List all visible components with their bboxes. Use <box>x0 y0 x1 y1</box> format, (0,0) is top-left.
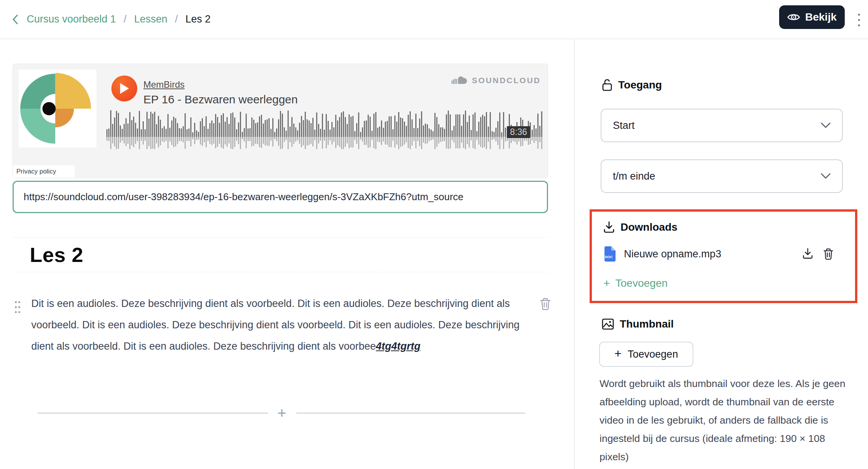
download-file-row: DOC Nieuwe opname.mp3 <box>603 245 847 263</box>
waveform-bar <box>465 110 466 150</box>
waveform-bar <box>114 110 115 150</box>
waveform-bar <box>471 110 472 150</box>
thumbnail-section-header: Thumbnail <box>602 318 674 330</box>
waveform-bar <box>461 110 462 150</box>
soundcloud-url-input[interactable]: https://soundcloud.com/user-398283934/ep… <box>13 181 548 213</box>
waveform-bar <box>215 110 216 150</box>
add-block-button[interactable]: + <box>274 403 289 422</box>
drag-handle-icon[interactable] <box>13 300 21 315</box>
waveform-bar <box>223 110 224 150</box>
chevron-left-icon[interactable] <box>11 14 19 25</box>
soundcloud-cloud-icon <box>452 75 468 85</box>
waveform-bar <box>198 110 199 150</box>
access-start-select[interactable]: Start <box>601 109 843 142</box>
breadcrumb-lessons-link[interactable]: Lessen <box>134 13 167 25</box>
waveform-bar <box>158 110 159 150</box>
waveform-bar <box>253 110 254 150</box>
waveform-bar <box>474 110 476 150</box>
waveform-bar <box>255 110 256 150</box>
artist-link[interactable]: MemBirds <box>143 79 185 90</box>
waveform-bar <box>360 110 361 150</box>
breadcrumb-separator: / <box>124 13 127 25</box>
delete-file-button[interactable] <box>823 248 834 260</box>
waveform-bar <box>310 110 312 150</box>
waveform-bar <box>406 110 407 150</box>
waveform-bar <box>322 110 323 150</box>
waveform-bar <box>337 110 338 150</box>
waveform-bar <box>469 110 470 150</box>
play-button[interactable] <box>111 75 137 101</box>
waveform-bar <box>291 110 293 150</box>
waveform-bar <box>156 110 157 150</box>
waveform-bar <box>232 110 233 150</box>
waveform-bar <box>387 110 388 150</box>
waveform-bar <box>478 110 479 150</box>
waveform-bar <box>349 110 350 150</box>
waveform-bar <box>196 110 197 150</box>
waveform-bar <box>364 110 365 150</box>
waveform-bar <box>541 110 542 150</box>
view-button[interactable]: Bekijk <box>779 5 845 29</box>
waveform-bar <box>289 110 291 150</box>
waveform-bar <box>423 110 424 150</box>
lesson-description-text[interactable]: Dit is een audioles. Deze beschrijving d… <box>31 293 527 357</box>
add-download-label: Toevoegen <box>616 277 668 289</box>
waveform-bar <box>282 110 283 150</box>
waveform-bar <box>438 110 439 150</box>
waveform-bar <box>108 110 109 150</box>
access-end-select[interactable]: t/m einde <box>601 159 843 193</box>
waveform-bar <box>535 110 537 150</box>
download-file-button[interactable] <box>802 248 813 260</box>
add-thumbnail-button[interactable]: + Toevoegen <box>599 342 693 367</box>
breadcrumb-course-link[interactable]: Cursus voorbeeld 1 <box>27 13 116 25</box>
waveform-bar <box>301 110 302 150</box>
waveform-bar <box>238 110 239 150</box>
waveform-bar <box>486 110 487 150</box>
waveform-bar <box>162 110 163 150</box>
download-icon <box>603 221 615 233</box>
lesson-title-block[interactable]: Les 2 <box>13 237 548 272</box>
waveform-bar <box>146 110 148 150</box>
waveform-bar <box>259 110 260 150</box>
waveform-bar <box>354 110 355 150</box>
delete-block-button[interactable] <box>540 297 553 311</box>
waveform-bar <box>534 110 535 150</box>
waveform-bar <box>288 110 289 150</box>
waveform-bar <box>118 110 119 150</box>
waveform-bar <box>274 110 275 150</box>
waveform-bar <box>452 110 453 150</box>
waveform-bar <box>404 110 405 150</box>
waveform-bar <box>122 110 123 150</box>
waveform-bar <box>347 110 348 150</box>
waveform-bar <box>206 110 207 150</box>
waveform-seek-bar[interactable] <box>106 110 543 150</box>
downloads-section-header: Downloads <box>603 221 677 233</box>
waveform-bar <box>164 110 165 150</box>
waveform-bar <box>160 110 161 150</box>
waveform-bar <box>488 110 489 150</box>
waveform-bar <box>131 110 132 150</box>
waveform-bar <box>280 110 281 150</box>
waveform-bar <box>286 110 287 150</box>
waveform-bar <box>495 110 497 150</box>
waveform-bar <box>307 110 308 150</box>
waveform-bar <box>303 110 304 150</box>
waveform-bar <box>339 110 340 150</box>
lesson-description-block: Dit is een audioles. Deze beschrijving d… <box>13 293 554 357</box>
add-download-link[interactable]: + Toevoegen <box>603 277 668 290</box>
waveform-bar <box>389 110 390 150</box>
waveform-bar <box>316 110 317 150</box>
waveform-bar <box>402 110 403 150</box>
waveform-bar <box>457 110 458 150</box>
waveform-bar <box>116 110 117 150</box>
kebab-menu-icon[interactable] <box>854 11 863 29</box>
waveform-bar <box>503 110 504 150</box>
waveform-bar <box>305 110 306 150</box>
waveform-bar <box>400 110 401 150</box>
waveform-bar <box>392 110 394 150</box>
waveform-bar <box>436 110 437 150</box>
privacy-policy-link[interactable]: Privacy policy <box>16 168 56 175</box>
waveform-bar <box>318 110 319 150</box>
waveform-bar <box>167 110 169 150</box>
waveform-bar <box>183 110 184 150</box>
